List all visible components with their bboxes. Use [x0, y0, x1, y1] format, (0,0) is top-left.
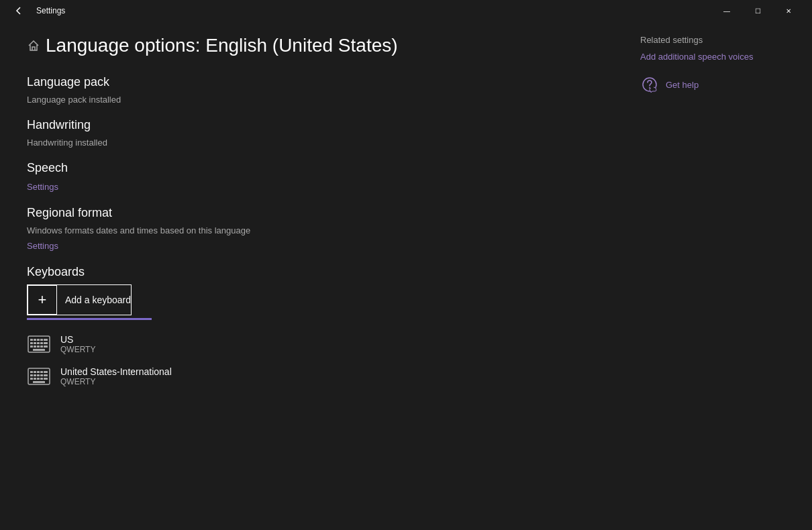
add-keyboard-button[interactable]: + Add a keyboard: [27, 284, 132, 315]
svg-rect-30: [37, 378, 40, 380]
svg-rect-31: [40, 378, 43, 380]
svg-rect-11: [30, 346, 33, 348]
svg-rect-12: [34, 346, 36, 348]
handwriting-title: Handwriting: [27, 118, 597, 132]
svg-rect-9: [40, 342, 43, 344]
svg-rect-32: [44, 378, 48, 380]
speech-section: Speech Settings: [27, 161, 597, 193]
regional-format-settings-link[interactable]: Settings: [27, 241, 58, 251]
svg-rect-1: [30, 339, 33, 341]
keyboard-item-us: US QWERTY: [27, 328, 597, 360]
keyboards-title: Keyboards: [27, 265, 597, 279]
language-pack-section: Language pack Language pack installed: [27, 75, 597, 105]
get-help-link[interactable]: Get help: [666, 80, 699, 90]
app-title: Settings: [36, 6, 65, 15]
svg-rect-5: [44, 339, 48, 341]
title-bar: Settings — ☐ ✕: [0, 0, 812, 21]
keyboards-section: Keyboards + Add a keyboard: [27, 265, 597, 392]
regional-format-description: Windows formats dates and times based on…: [27, 225, 597, 235]
language-pack-title: Language pack: [27, 75, 597, 89]
keyboard-type-us: QWERTY: [60, 345, 95, 354]
home-icon[interactable]: [27, 39, 40, 52]
title-bar-left: Settings: [8, 0, 65, 21]
svg-rect-14: [40, 346, 43, 348]
svg-rect-2: [34, 339, 36, 341]
close-button[interactable]: ✕: [773, 0, 804, 21]
get-help-icon[interactable]: [640, 75, 659, 94]
focus-indicator: [27, 318, 152, 320]
regional-format-title: Regional format: [27, 206, 597, 220]
handwriting-section: Handwriting Handwriting installed: [27, 118, 597, 148]
speech-settings-link[interactable]: Settings: [27, 182, 58, 192]
page-title: Language options: English (United States…: [46, 35, 398, 56]
add-keyboard-label: Add a keyboard: [65, 295, 131, 305]
svg-rect-15: [44, 346, 48, 348]
handwriting-status: Handwriting installed: [27, 138, 597, 148]
add-speech-voices-link[interactable]: Add additional speech voices: [640, 52, 796, 62]
keyboard-type-us-intl: QWERTY: [60, 377, 172, 386]
speech-title: Speech: [27, 161, 597, 175]
language-pack-status: Language pack installed: [27, 95, 597, 105]
svg-rect-33: [33, 381, 45, 383]
keyboard-info-us: US QWERTY: [60, 334, 95, 354]
svg-rect-6: [30, 342, 33, 344]
main-content: Language options: English (United States…: [0, 21, 624, 530]
content-wrapper: Language options: English (United States…: [0, 21, 812, 530]
svg-rect-27: [44, 374, 48, 376]
svg-rect-25: [37, 374, 40, 376]
svg-rect-23: [30, 374, 33, 376]
svg-rect-19: [34, 371, 36, 373]
svg-rect-21: [40, 371, 43, 373]
svg-rect-13: [37, 346, 40, 348]
svg-rect-8: [37, 342, 40, 344]
keyboard-icon-us-intl: [27, 364, 51, 388]
svg-rect-24: [34, 374, 36, 376]
keyboard-info-us-intl: United States-International QWERTY: [60, 366, 172, 386]
get-help-row: Get help: [640, 75, 796, 94]
svg-rect-16: [33, 349, 45, 351]
maximize-button[interactable]: ☐: [742, 0, 773, 21]
plus-icon: +: [28, 285, 57, 315]
svg-rect-10: [44, 342, 48, 344]
svg-rect-4: [40, 339, 43, 341]
minimize-button[interactable]: —: [711, 0, 742, 21]
back-icon[interactable]: [8, 0, 30, 21]
breadcrumb: Language options: English (United States…: [27, 35, 597, 56]
svg-rect-7: [34, 342, 36, 344]
svg-rect-3: [37, 339, 40, 341]
keyboard-item-us-intl: United States-International QWERTY: [27, 360, 597, 392]
svg-rect-26: [40, 374, 43, 376]
keyboard-name-us: US: [60, 334, 95, 345]
related-settings-title: Related settings: [640, 35, 796, 45]
keyboard-name-us-intl: United States-International: [60, 366, 172, 377]
svg-rect-18: [30, 371, 33, 373]
svg-rect-29: [34, 378, 36, 380]
window-controls: — ☐ ✕: [711, 0, 804, 21]
right-panel: Related settings Add additional speech v…: [624, 21, 812, 530]
svg-rect-22: [44, 371, 48, 373]
svg-rect-28: [30, 378, 33, 380]
keyboard-icon-us: [27, 332, 51, 356]
svg-rect-20: [37, 371, 40, 373]
regional-format-section: Regional format Windows formats dates an…: [27, 206, 597, 252]
